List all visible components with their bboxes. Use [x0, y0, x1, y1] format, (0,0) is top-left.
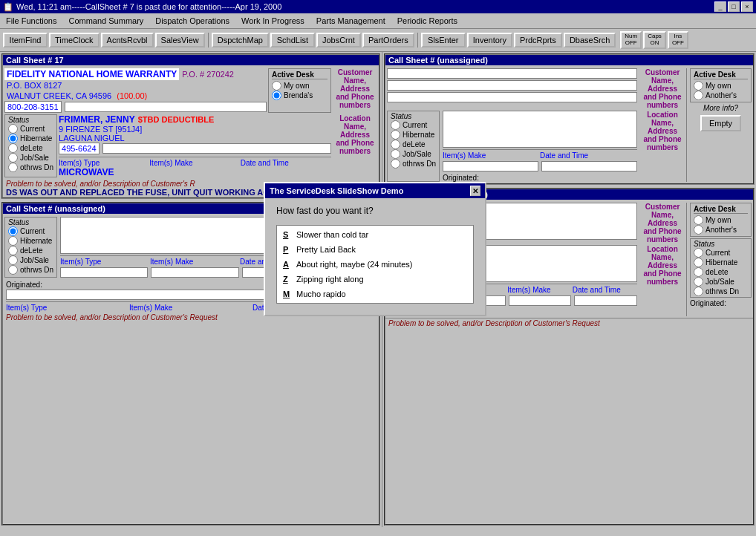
cs2-phone-field[interactable] [387, 92, 637, 102]
caps-lock-indicator: CapsON [643, 31, 666, 49]
toolbar-item-find[interactable]: ItemFind [3, 33, 48, 48]
dialog-option-s[interactable]: S Slower than cold tar [280, 229, 470, 241]
cs1-status-delete[interactable]: deLete [8, 143, 53, 153]
cs2-header: Call Sheet # (unassigned) [385, 55, 753, 65]
cs1-status-jobsale[interactable]: Job/Sale [8, 153, 53, 163]
cs4-problem-area: Problem to be solved, and/or Description… [385, 318, 753, 328]
cs1-status-jobsale-input[interactable] [8, 153, 18, 163]
cs2-status-current[interactable]: Current [391, 120, 436, 130]
toolbar-schd-list[interactable]: SchdList [270, 33, 315, 48]
cs2-radio-anothers[interactable]: Another's [694, 91, 748, 100]
cs3-col2: Item(s) Make [150, 258, 240, 266]
cs3-make-field[interactable] [151, 267, 238, 278]
menu-work-in-progress[interactable]: Work In Progress [235, 15, 310, 27]
cs4-status2-panel: Status Current Hibernate deLete [690, 238, 752, 298]
menu-dispatch-operations[interactable]: Dispatch Operations [149, 15, 235, 27]
cs3-status-hibernate[interactable]: Hibernate [8, 236, 53, 246]
toolbar-acnts-rcvbl[interactable]: AcntsRcvbl [101, 33, 154, 48]
cs1-status-hibernate-input[interactable] [8, 134, 18, 143]
toolbar-sales-view[interactable]: SalesView [155, 33, 205, 48]
dialog-option-p[interactable]: P Pretty Laid Back [280, 244, 470, 255]
menu-periodic-reports[interactable]: Periodic Reports [391, 15, 463, 27]
cs2-active-desk: Active Desk My own Another's [690, 68, 752, 102]
dialog-title: The ServiceDesk SlideShow Demo [270, 186, 403, 195]
cs1-company-name: FIDELITY NATIONAL HOME WARRANTY [4, 68, 179, 80]
cs1-radio-myown-label: My own [284, 82, 309, 90]
menu-command-summary[interactable]: Command Summary [62, 15, 149, 27]
cs1-radio-myown[interactable]: My own [272, 81, 328, 91]
cs2-radio-myown[interactable]: My own [694, 81, 748, 91]
cs1-status-otherws[interactable]: othrws Dn [8, 163, 53, 172]
cs1-radio-brendas-label: Brenda's [284, 91, 313, 99]
cs1-col3: Date and Time [241, 159, 331, 167]
cs4-radio-myown[interactable]: My own [694, 215, 748, 225]
cs2-date-field[interactable] [541, 161, 637, 171]
dialog-options-list: S Slower than cold tar P Pretty Laid Bac… [276, 225, 474, 304]
cs4-radio-anothers[interactable]: Another's [694, 225, 748, 235]
toolbar-part-orders[interactable]: PartOrders [362, 33, 414, 48]
cs1-radio-brendas-input[interactable] [272, 91, 281, 100]
option-label-z: Zipping right along [296, 275, 364, 284]
cs2-status-otherws[interactable]: othrws Dn [391, 159, 436, 169]
cs1-radio-brendas[interactable]: Brenda's [272, 91, 328, 100]
dialog-option-z[interactable]: Z Zipping right along [280, 273, 470, 285]
cs3-status-delete[interactable]: deLete [8, 246, 53, 255]
cs4-location-label: Location Name, Address and Phone numbers [640, 245, 685, 316]
cs2-company-field[interactable] [387, 68, 637, 79]
cs4-status2-otherws[interactable]: othrws Dn [694, 287, 748, 296]
cs4-status2-delete[interactable]: deLete [694, 267, 748, 277]
cs1-status-title: Status [8, 116, 53, 124]
menu-bar: File Functions Command Summary Dispatch … [0, 13, 756, 29]
cs1-mid-area: FRIMMER, JENNY $TBD DEDUCTIBLE 9 FIRENZE… [59, 114, 331, 177]
toolbar-inventory[interactable]: Inventory [467, 33, 512, 48]
cs2-make-field[interactable] [443, 161, 538, 171]
cs2-status-delete[interactable]: deLete [391, 140, 436, 149]
cs1-status-otherws-input[interactable] [8, 163, 18, 172]
toolbar-dbase-srch[interactable]: DbaseSrch [564, 33, 616, 48]
close-button[interactable]: × [741, 1, 753, 12]
toolbar-dispatch-map[interactable]: DspctchMap [212, 33, 269, 48]
cs1-phone2-field[interactable] [102, 143, 331, 154]
cs2-status-jobsale[interactable]: Job/Sale [391, 149, 436, 159]
cs3-col1: Item(s) Type [60, 258, 150, 266]
cs1-status-delete-input[interactable] [8, 143, 18, 153]
cs1-active-desk-title: Active Desk [272, 71, 328, 79]
cs4-status2-hibernate[interactable]: Hibernate [694, 258, 748, 267]
cs1-phone-field[interactable] [65, 102, 267, 112]
cs4-make-field[interactable] [509, 295, 572, 306]
cs3-originated-label: Originated: [6, 281, 42, 289]
cs4-date-field[interactable] [574, 295, 637, 306]
dialog-close-button[interactable]: ✕ [470, 186, 480, 196]
dialog-option-a[interactable]: A About right, maybe (24 minutes) [280, 258, 470, 270]
cs2-status-hibernate[interactable]: Hibernate [391, 130, 436, 140]
cs1-status-current-input[interactable] [8, 124, 18, 134]
cs1-status-current[interactable]: Current [8, 124, 53, 134]
cs3-item-field[interactable] [60, 267, 148, 278]
slideshow-dialog: The ServiceDesk SlideShow Demo ✕ How fas… [264, 182, 486, 316]
toolbar-time-clock[interactable]: TimeClock [49, 33, 100, 48]
cs4-status2-jobsale[interactable]: Job/Sale [694, 277, 748, 287]
cs1-status-hibernate[interactable]: Hibernate [8, 134, 53, 143]
toolbar-sls-enter[interactable]: SlsEnter [421, 33, 466, 48]
title-bar: 📋 Wed, 11:21 am-----CallSheet # 7 is pas… [0, 0, 756, 13]
cs3-status-title: Status [8, 218, 53, 226]
cs2-address-area[interactable] [443, 111, 637, 148]
cs1-address1: P.O. BOX 8127 [4, 80, 267, 91]
dialog-option-m[interactable]: M Mucho rapido [280, 288, 470, 300]
cs2-empty-button[interactable]: Empty [700, 115, 741, 131]
menu-parts-management[interactable]: Parts Management [310, 15, 391, 27]
toolbar-jobs-crnt[interactable]: JobsCrnt [316, 33, 361, 48]
cs2-col2: Date and Time [540, 151, 637, 160]
cs1-radio-myown-input[interactable] [272, 81, 281, 91]
cs4-status2-current[interactable]: Current [694, 248, 748, 258]
cs3-status-otherws[interactable]: othrws Dn [8, 265, 53, 275]
cs3-status-jobsale[interactable]: Job/Sale [8, 255, 53, 265]
call-sheet-2: Call Sheet # (unassigned) Customer Name,… [384, 53, 755, 185]
cs2-address-field[interactable] [387, 80, 637, 91]
minimize-button[interactable]: _ [714, 1, 726, 12]
menu-file-functions[interactable]: File Functions [0, 15, 62, 27]
maximize-button[interactable]: □ [728, 1, 740, 12]
toolbar-pdrc-rprts[interactable]: PrdcRprts [514, 33, 562, 48]
dialog-title-bar: The ServiceDesk SlideShow Demo ✕ [265, 183, 485, 198]
cs3-status-current[interactable]: Current [8, 226, 53, 236]
